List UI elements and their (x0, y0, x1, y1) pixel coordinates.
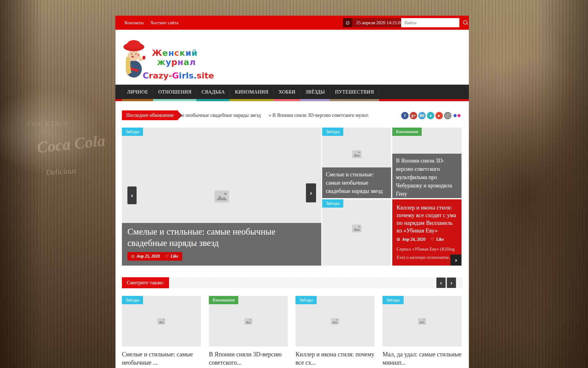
bottom-card[interactable]: Звёзды Мал, да удал: самые стильные мини… (383, 296, 462, 368)
nav-item-puteshestviya[interactable]: ПУТЕШЕСТВИЯ (330, 85, 379, 99)
facebook-icon[interactable]: f (401, 112, 409, 119)
article-title[interactable]: В Японии сняли 3D-версию советского муль… (392, 154, 462, 198)
youtube-icon[interactable]: ▶ (435, 112, 443, 119)
logo-title-line1: Женский (152, 48, 198, 58)
image-placeholder-icon (157, 318, 166, 325)
link-contacts[interactable]: Контакты (125, 20, 144, 25)
site-logo[interactable]: Женский журнал Crazy-Girls.site (120, 39, 231, 79)
topbar: Контакты Хостинг сайта ⊙ 25 апреля 2020 … (115, 16, 469, 30)
card-image: Звёзды (122, 296, 201, 347)
see-also-prev-button[interactable]: ‹ (436, 278, 446, 288)
image-placeholder-icon (244, 318, 253, 325)
play-icon: ▶ (438, 114, 440, 117)
behance-icon[interactable]: Bē (418, 112, 426, 119)
nav-item-svadba[interactable]: СВАДЬБА (197, 85, 230, 99)
nav-item-label: ЗВЁЗДЫ (306, 89, 325, 94)
main-nav: ЛИЧНОЕ ОТНОШЕНИЯ СВАДЬБА КИНОМАНИЯ ХОББИ… (115, 85, 469, 101)
nav-underline (300, 99, 330, 101)
nav-item-kinomaniya[interactable]: КИНОМАНИЯ (230, 85, 273, 99)
category-badge[interactable]: Звёзды (322, 199, 343, 208)
search-input[interactable] (401, 20, 462, 25)
article-title[interactable]: Киллер и икона стиля: почему все сходят … (392, 199, 462, 234)
social-icons: f g+ Bē v ▶ (401, 112, 461, 119)
nav-item-label: ПУТЕШЕСТВИЯ (335, 89, 374, 94)
logo-domain: Crazy-Girls.site (143, 71, 214, 80)
see-also-bar: Смотрите также: ‹ › (122, 277, 462, 288)
heart-icon: ♡ (430, 237, 434, 242)
image-placeholder-icon (352, 150, 362, 159)
nav-item-zvezdy[interactable]: ЗВЁЗДЫ (301, 85, 330, 99)
nav-item-label: КИНОМАНИЯ (235, 89, 268, 94)
google-plus-icon[interactable]: g+ (410, 112, 417, 119)
hero-article-title[interactable]: Смелые и стильные: самые необычные сваде… (127, 226, 308, 249)
article-title[interactable]: В Японии сняли 3D-версию советского... (209, 350, 288, 367)
slider-next-button[interactable]: › (306, 183, 316, 202)
hero-date: Апр 25, 2020 (137, 254, 160, 259)
page: FOUNTAIN Coca Cola Delicious Контакты Хо… (0, 0, 588, 368)
nav-item-label: СВАДЬБА (202, 89, 225, 94)
category-badge[interactable]: Киномания (209, 296, 238, 304)
instagram-icon[interactable] (444, 112, 451, 119)
flickr-dot-blue (454, 114, 457, 117)
news-ticker: ые необычные свадебные наряды звезд» В Я… (179, 110, 368, 120)
flickr-icon[interactable] (454, 114, 461, 117)
card-image: Звёзды (296, 296, 375, 347)
datetime-text: 25 апреля 2020 14:21:02 (352, 20, 407, 25)
hero-slider: Звёзды ‹ › Смелые и стильные: самые необ… (122, 128, 321, 266)
vimeo-icon[interactable]: v (427, 112, 434, 119)
flickr-dot-pink (458, 114, 461, 117)
logo-title-line2: журнал (157, 57, 196, 67)
next-article-button[interactable]: › (450, 255, 462, 266)
category-badge[interactable]: Звёзды (383, 296, 404, 304)
article-title[interactable]: Мал, да удал: самые стильные миниат... (383, 350, 462, 367)
link-hosting[interactable]: Хостинг сайта (150, 20, 179, 25)
nav-underline (153, 99, 197, 101)
card-overlay: Смелые и стильные: самые необычные сваде… (322, 167, 391, 198)
hero-meta-badge: ⊙ Апр 25, 2020 ♡ Like (127, 252, 182, 261)
clock-icon: ⊙ (397, 237, 400, 242)
category-badge[interactable]: Звёзды (122, 128, 143, 136)
datetime-badge: ⊙ 25 апреля 2020 14:21:02 (343, 18, 407, 27)
background-photo-text: Delicious (46, 166, 77, 178)
nav-item-label: ОТНОШЕНИЯ (158, 89, 192, 94)
nav-item-lichnoe[interactable]: ЛИЧНОЕ (122, 85, 153, 99)
image-placeholder-icon (352, 224, 362, 233)
slider-prev-button[interactable]: ‹ (127, 186, 137, 204)
background-photo-text: FOUNTAIN (27, 120, 69, 128)
nav-items: ЛИЧНОЕ ОТНОШЕНИЯ СВАДЬБА КИНОМАНИЯ ХОББИ… (122, 85, 379, 101)
side-card-1[interactable]: Звёзды Смелые и стильные: самые необычны… (322, 128, 391, 198)
bottom-card[interactable]: Киномания В Японии сняли 3D-версию совет… (209, 296, 288, 368)
ticker-badge: Последнее обновление (122, 110, 178, 120)
background-photo-text: Coca Cola (36, 131, 106, 156)
clock-icon: ⊙ (343, 18, 352, 27)
hero-overlay: Смелые и стильные: самые необычные сваде… (122, 223, 321, 266)
category-badge[interactable]: Звёзды (322, 128, 343, 136)
article-title[interactable]: Смелые и стильные: самые необычные сваде… (322, 167, 391, 198)
search-icon[interactable] (462, 20, 469, 26)
hero-like-label[interactable]: Like (171, 254, 179, 259)
article-title[interactable]: Киллер и икона стиля: почему все сх... (296, 350, 375, 367)
ticker-item[interactable]: ые необычные свадебные наряды звезд (179, 113, 261, 118)
content-wrapper: Контакты Хостинг сайта ⊙ 25 апреля 2020 … (115, 16, 469, 368)
category-badge[interactable]: Звёзды (296, 296, 317, 304)
nav-underline (196, 99, 230, 101)
bottom-card[interactable]: Звёзды Смелые и стильные: самые необычны… (122, 296, 201, 368)
see-also-next-button[interactable]: › (447, 278, 456, 288)
nav-underline (230, 99, 273, 101)
nav-item-hobbi[interactable]: ХОББИ (274, 85, 301, 99)
article-title[interactable]: Смелые и стильные: самые необычные ... (122, 350, 201, 367)
ticker-row: Последнее обновление ые необычные свадеб… (115, 109, 469, 121)
nav-item-otnosheniya[interactable]: ОТНОШЕНИЯ (153, 85, 197, 99)
ticker-item[interactable]: » В Японии сняли 3D-версию советского му… (269, 113, 368, 118)
side-card-3[interactable]: Киномания В Японии сняли 3D-версию совет… (392, 128, 462, 198)
side-card-4-featured[interactable]: Киллер и икона стиля: почему все сходят … (392, 199, 462, 266)
card-overlay: В Японии сняли 3D-версию советского муль… (392, 154, 462, 198)
category-badge[interactable]: Киномания (392, 128, 422, 136)
like-label[interactable]: Like (436, 237, 444, 242)
clock-icon: ⊙ (131, 254, 135, 259)
card-image: Киномания (209, 296, 288, 347)
see-also-label: Смотрите также: (122, 277, 169, 288)
side-card-2[interactable]: Звёзды (322, 199, 391, 266)
category-badge[interactable]: Звёзды (122, 296, 143, 304)
bottom-card[interactable]: Звёзды Киллер и икона стиля: почему все … (296, 296, 375, 368)
